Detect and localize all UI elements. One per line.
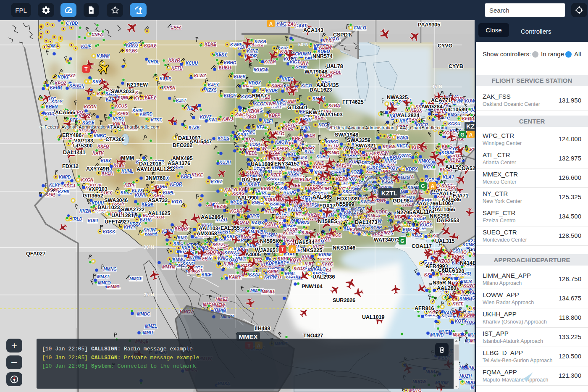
svg-text:WAT9048: WAT9048	[304, 69, 328, 75]
svg-text:A: A	[269, 21, 273, 27]
svg-text:TNO427: TNO427	[303, 333, 323, 339]
svg-text:KOIF: KOIF	[81, 44, 92, 49]
svg-text:N55999: N55999	[336, 201, 354, 207]
svg-text:CYVO: CYVO	[438, 43, 453, 49]
svg-text:KRKU: KRKU	[126, 43, 139, 47]
svg-text:KHOL: KHOL	[147, 60, 159, 64]
svg-text:KGPJ: KGPJ	[425, 178, 437, 182]
svg-text:KPRJ: KPRJ	[323, 39, 334, 43]
svg-text:KOKF: KOKF	[58, 75, 70, 79]
svg-text:KOVO: KOVO	[389, 166, 402, 171]
svg-text:DFO202: DFO202	[173, 142, 192, 148]
svg-text:KSRS: KSRS	[271, 83, 283, 88]
svg-text:PAA9305: PAA9305	[418, 22, 440, 28]
svg-text:SWA321: SWA321	[355, 143, 376, 149]
svg-text:SWA1948: SWA1948	[335, 132, 358, 138]
svg-text:KCON: KCON	[84, 105, 97, 109]
svg-text:AAL5447: AAL5447	[189, 139, 212, 145]
svg-text:KAMY: KAMY	[229, 275, 242, 279]
svg-text:AMX058: AMX058	[197, 231, 217, 237]
svg-text:KGYE: KGYE	[82, 120, 94, 125]
svg-text:KATL: KATL	[288, 207, 299, 212]
svg-text:KKZN: KKZN	[79, 209, 92, 213]
svg-text:KCUU: KCUU	[186, 61, 198, 66]
svg-text:KDXE: KDXE	[205, 42, 216, 47]
svg-text:CPFA: CPFA	[171, 25, 182, 30]
svg-text:KIHT: KIHT	[322, 187, 332, 191]
svg-text:GTI3652: GTI3652	[83, 193, 103, 199]
svg-text:NKS1046: NKS1046	[333, 245, 355, 251]
svg-text:KFTU: KFTU	[171, 66, 183, 71]
svg-text:KRKO: KRKO	[326, 139, 339, 144]
svg-text:ACA566: ACA566	[55, 110, 75, 116]
svg-text:KEOF: KEOF	[254, 102, 266, 106]
svg-text:CNFA: CNFA	[92, 32, 103, 37]
svg-text:DAL1441: DAL1441	[63, 150, 86, 155]
svg-text:KVCI: KVCI	[276, 101, 286, 105]
svg-text:KDRX: KDRX	[406, 167, 418, 171]
svg-text:FDX1289: FDX1289	[337, 196, 359, 202]
svg-text:KNSQ: KNSQ	[287, 171, 299, 176]
svg-text:EAL355: EAL355	[220, 225, 240, 231]
svg-text:AXY749R: AXY749R	[86, 166, 110, 172]
svg-text:KCKU: KCKU	[448, 121, 461, 126]
svg-text:KNMI: KNMI	[302, 255, 312, 260]
svg-text:KUJH: KUJH	[219, 160, 231, 165]
svg-text:KZKB: KZKB	[255, 39, 266, 44]
svg-text:KHIR: KHIR	[132, 108, 143, 113]
svg-text:KEOU: KEOU	[462, 116, 475, 121]
svg-text:QFA027: QFA027	[26, 251, 46, 257]
svg-text:KXAJ: KXAJ	[249, 272, 260, 277]
svg-text:KMIR: KMIR	[267, 269, 278, 274]
svg-text:© Federal Aviation Administrat: © Federal Aviation Administration (FAA),…	[326, 125, 446, 130]
svg-text:KFOR: KFOR	[170, 182, 182, 187]
svg-text:KDLY: KDLY	[51, 100, 63, 104]
svg-text:SWA2722: SWA2722	[121, 207, 144, 213]
svg-text:RMA7: RMA7	[252, 93, 267, 99]
svg-text:KFYC: KFYC	[284, 123, 296, 128]
svg-text:UAL1689: UAL1689	[251, 161, 273, 167]
svg-text:DAL2018: DAL2018	[139, 161, 162, 167]
svg-text:AAL1625: AAL1625	[148, 210, 171, 216]
svg-text:ACA143: ACA143	[303, 27, 323, 33]
svg-text:KPHO: KPHO	[69, 83, 81, 88]
svg-text:KTZK: KTZK	[189, 125, 200, 130]
svg-text:MMM: MMM	[121, 155, 134, 161]
svg-text:KHSN: KHSN	[163, 86, 176, 90]
svg-text:YWG: YWG	[276, 22, 286, 26]
svg-text:AAY16: AAY16	[136, 166, 153, 172]
svg-text:ENY3415: ENY3415	[274, 161, 297, 167]
svg-text:KLFI: KLFI	[263, 119, 273, 124]
svg-text:KMWJ: KMWJ	[173, 257, 186, 262]
svg-text:KEZW: KEZW	[214, 204, 227, 209]
svg-text:G: G	[400, 238, 404, 244]
svg-text:25°N: 25°N	[144, 292, 154, 297]
svg-text:T: T	[84, 66, 88, 72]
svg-text:KZDX: KZDX	[294, 266, 306, 271]
svg-text:KYFF: KYFF	[452, 302, 464, 306]
svg-text:KEKY: KEKY	[275, 260, 287, 265]
svg-text:KVYC: KVYC	[321, 262, 333, 266]
svg-text:KEJW: KEJW	[336, 177, 349, 182]
svg-text:CYYB: CYYB	[449, 63, 463, 69]
svg-text:KAQW: KAQW	[275, 140, 289, 145]
svg-text:N158ES: N158ES	[318, 218, 338, 224]
svg-text:KBFP: KBFP	[269, 113, 281, 118]
svg-text:KUML: KUML	[121, 169, 134, 174]
svg-text:3NM760: 3NM760	[146, 175, 165, 181]
svg-text:KXBJ: KXBJ	[181, 246, 193, 250]
svg-text:KLAJ: KLAJ	[443, 175, 454, 179]
svg-text:UAL2936: UAL2936	[312, 274, 335, 280]
svg-text:KOKK: KOKK	[103, 229, 116, 234]
svg-text:AAL260: AAL260	[437, 285, 457, 291]
svg-text:ERY486: ERY486	[62, 132, 81, 138]
svg-text:MMIT: MMIT	[143, 330, 154, 335]
svg-text:KYVK: KYVK	[126, 48, 138, 53]
svg-text:KJNV: KJNV	[265, 222, 277, 226]
svg-text:COA527: COA527	[458, 166, 476, 171]
svg-text:KIKI: KIKI	[302, 202, 311, 207]
svg-text:UAL1281: UAL1281	[111, 213, 134, 218]
svg-text:COA117: COA117	[412, 243, 432, 249]
svg-text:KVGP: KVGP	[396, 144, 409, 148]
svg-text:KSDQ: KSDQ	[204, 250, 216, 255]
